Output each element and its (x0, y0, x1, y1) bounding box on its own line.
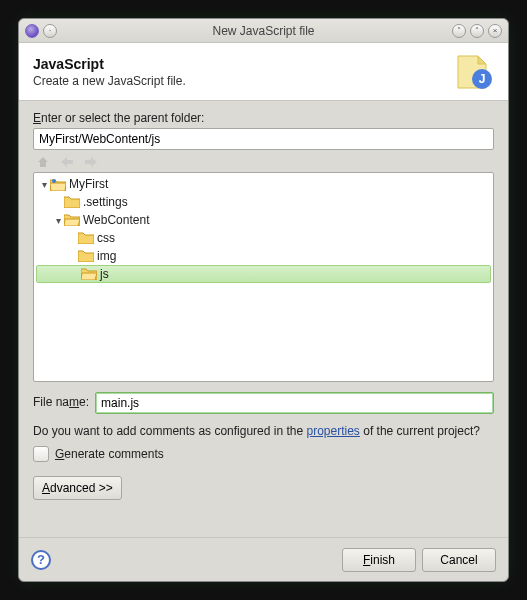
window-title: New JavaScript file (19, 24, 508, 38)
close-button[interactable]: × (488, 24, 502, 38)
svg-text:J: J (479, 72, 486, 86)
comments-hint: Do you want to add comments as configure… (33, 424, 494, 438)
dialog-window: · New JavaScript file ˅ ˄ × JavaScript C… (18, 18, 509, 582)
filename-input[interactable] (95, 392, 494, 414)
sticky-button[interactable]: · (43, 24, 57, 38)
tree-item-css[interactable]: ▸ css (34, 229, 493, 247)
tree-item-webcontent[interactable]: ▾ WebContent (34, 211, 493, 229)
maximize-button[interactable]: ˄ (470, 24, 484, 38)
svg-point-2 (52, 179, 56, 183)
wizard-title: JavaScript (33, 56, 186, 72)
home-icon[interactable] (35, 154, 51, 170)
expand-icon[interactable]: ▾ (52, 215, 64, 226)
tree-label: img (97, 249, 116, 263)
generate-comments-checkbox[interactable] (33, 446, 49, 462)
expand-icon[interactable]: ▾ (38, 179, 50, 190)
help-icon[interactable]: ? (31, 550, 51, 570)
wizard-banner: JavaScript Create a new JavaScript file.… (19, 43, 508, 101)
folder-open-icon (81, 267, 97, 281)
folder-icon (78, 231, 94, 245)
minimize-button[interactable]: ˅ (452, 24, 466, 38)
generate-comments-label: Generate comments (55, 447, 164, 461)
filename-label: File name: (33, 395, 89, 409)
titlebar: · New JavaScript file ˅ ˄ × (19, 19, 508, 43)
back-icon[interactable] (59, 154, 75, 170)
tree-navbar (33, 150, 494, 172)
folder-open-icon (64, 213, 80, 227)
advanced-button[interactable]: Advanced >> (33, 476, 122, 500)
finish-button[interactable]: Finish (342, 548, 416, 572)
wizard-description: Create a new JavaScript file. (33, 74, 186, 88)
properties-link[interactable]: properties (307, 424, 360, 438)
tree-label: MyFirst (69, 177, 108, 191)
app-icon (25, 24, 39, 38)
javascript-file-icon: J (452, 51, 494, 93)
tree-label: WebContent (83, 213, 150, 227)
tree-label: .settings (83, 195, 128, 209)
tree-item-img[interactable]: ▸ img (34, 247, 493, 265)
cancel-button[interactable]: Cancel (422, 548, 496, 572)
folder-icon (64, 195, 80, 209)
dialog-footer: ? Finish Cancel (19, 537, 508, 581)
forward-icon[interactable] (83, 154, 99, 170)
tree-item-settings[interactable]: ▸ .settings (34, 193, 493, 211)
folder-icon (78, 249, 94, 263)
project-folder-icon (50, 177, 66, 191)
tree-label: css (97, 231, 115, 245)
parent-folder-label: Enter or select the parent folder: (33, 111, 494, 125)
tree-item-project[interactable]: ▾ MyFirst (34, 175, 493, 193)
folder-tree[interactable]: ▾ MyFirst ▸ (33, 172, 494, 382)
tree-label: js (100, 267, 109, 281)
parent-folder-input[interactable] (33, 128, 494, 150)
tree-item-js[interactable]: ▸ js (36, 265, 491, 283)
